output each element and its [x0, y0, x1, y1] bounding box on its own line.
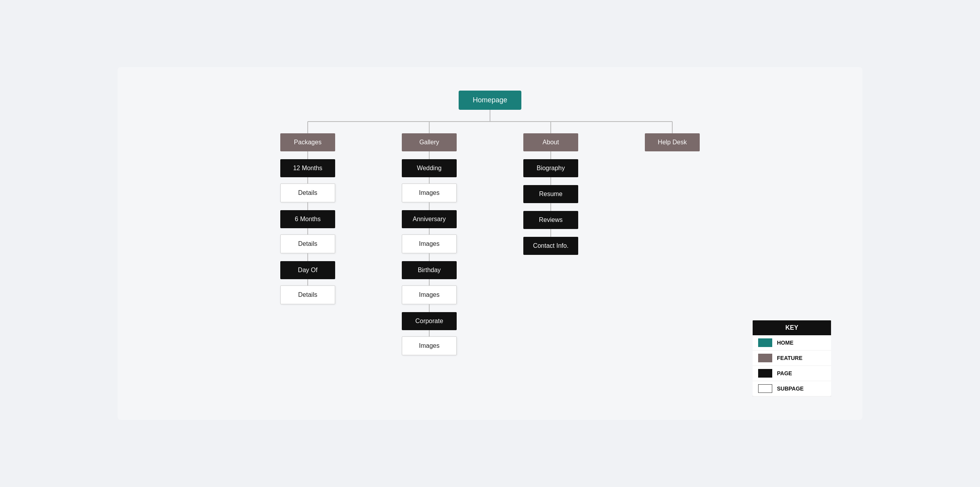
key-swatch-home — [758, 338, 772, 347]
page-anniversary-node[interactable]: Anniversary — [402, 210, 457, 228]
details-2-label: Details — [298, 240, 318, 247]
canvas: Homepage Packages 12 Months — [118, 67, 862, 420]
key-swatch-subpage — [758, 384, 772, 393]
about-label: About — [543, 139, 559, 145]
vline — [429, 151, 430, 159]
subpage-details-3[interactable]: Details — [280, 285, 335, 304]
page-corporate: Corporate Images — [402, 312, 457, 355]
page-12months: 12 Months Details — [280, 159, 335, 202]
key-box: KEY HOME FEATURE PAGE SUBPAGE — [753, 320, 831, 396]
page-12months-node[interactable]: 12 Months — [280, 159, 335, 177]
branch-packages: Packages 12 Months Details — [265, 133, 351, 355]
12months-label: 12 Months — [293, 165, 323, 171]
key-home-label: HOME — [777, 340, 793, 346]
6months-label: 6 Months — [295, 216, 321, 222]
vline — [429, 202, 430, 210]
images-2-label: Images — [419, 240, 439, 247]
key-item-page: PAGE — [753, 366, 831, 381]
feature-packages[interactable]: Packages — [280, 133, 335, 151]
page-contactinfo-node[interactable]: Contact Info. — [523, 237, 578, 255]
corporate-label: Corporate — [415, 318, 443, 324]
page-6months: 6 Months Details — [280, 210, 335, 253]
biography-label: Biography — [537, 165, 565, 171]
subpage-images-1[interactable]: Images — [402, 184, 457, 202]
birthday-label: Birthday — [418, 267, 441, 273]
wedding-label: Wedding — [417, 165, 442, 171]
vline — [550, 229, 551, 237]
key-swatch-feature — [758, 354, 772, 362]
vline — [429, 304, 430, 312]
feature-helpdesk[interactable]: Help Desk — [645, 133, 700, 151]
vline — [307, 177, 308, 184]
subpage-details-1[interactable]: Details — [280, 184, 335, 202]
page-dayof-node[interactable]: Day Of — [280, 261, 335, 279]
vline — [550, 151, 551, 159]
page-contactinfo: Contact Info. — [523, 237, 578, 255]
helpdesk-label: Help Desk — [658, 139, 687, 145]
images-4-label: Images — [419, 342, 439, 349]
packages-label: Packages — [294, 139, 321, 145]
page-wedding: Wedding Images — [402, 159, 457, 202]
vline — [429, 330, 430, 336]
page-biography: Biography — [523, 159, 578, 177]
feature-gallery[interactable]: Gallery — [402, 133, 457, 151]
key-swatch-page — [758, 369, 772, 378]
page-dayof: Day Of Details — [280, 261, 335, 304]
vline — [307, 253, 308, 261]
page-resume-node[interactable]: Resume — [523, 185, 578, 203]
key-page-label: PAGE — [777, 370, 792, 376]
vline — [429, 279, 430, 285]
features-row: Packages 12 Months Details — [133, 133, 847, 355]
vline — [307, 228, 308, 234]
subpage-images-4[interactable]: Images — [402, 336, 457, 355]
key-item-feature: FEATURE — [753, 351, 831, 366]
page-resume: Resume — [523, 185, 578, 203]
page-anniversary: Anniversary Images — [402, 210, 457, 253]
vline — [550, 203, 551, 211]
page-reviews: Reviews — [523, 211, 578, 229]
sitemap: Homepage Packages 12 Months — [133, 83, 847, 355]
vline — [429, 228, 430, 234]
page-reviews-node[interactable]: Reviews — [523, 211, 578, 229]
vline — [307, 202, 308, 210]
subpage-details-2[interactable]: Details — [280, 234, 335, 253]
page-birthday-node[interactable]: Birthday — [402, 261, 457, 279]
gallery-label: Gallery — [419, 139, 439, 145]
images-3-label: Images — [419, 291, 439, 298]
key-subpage-label: SUBPAGE — [777, 385, 804, 392]
branch-helpdesk: Help Desk — [629, 133, 715, 355]
reviews-label: Reviews — [539, 216, 563, 223]
branch-about: About Biography Resume — [508, 133, 594, 355]
vline — [429, 177, 430, 184]
details-3-label: Details — [298, 291, 318, 298]
details-1-label: Details — [298, 189, 318, 196]
vline — [550, 177, 551, 185]
resume-label: Resume — [539, 191, 563, 197]
vline — [307, 279, 308, 285]
page-birthday: Birthday Images — [402, 261, 457, 304]
images-1-label: Images — [419, 189, 439, 196]
page-corporate-node[interactable]: Corporate — [402, 312, 457, 330]
homepage-node[interactable]: Homepage — [459, 91, 521, 110]
anniversary-label: Anniversary — [413, 216, 446, 222]
homepage-row: Homepage — [459, 91, 521, 110]
key-title: KEY — [753, 320, 831, 335]
key-feature-label: FEATURE — [777, 355, 802, 361]
page-6months-node[interactable]: 6 Months — [280, 210, 335, 228]
feature-about[interactable]: About — [523, 133, 578, 151]
page-biography-node[interactable]: Biography — [523, 159, 578, 177]
subpage-images-2[interactable]: Images — [402, 234, 457, 253]
branch-gallery: Gallery Wedding Images Ann — [386, 133, 472, 355]
key-item-subpage: SUBPAGE — [753, 381, 831, 396]
vline — [307, 151, 308, 159]
vline — [429, 253, 430, 261]
contactinfo-label: Contact Info. — [533, 242, 569, 249]
homepage-label: Homepage — [473, 96, 507, 104]
page-wedding-node[interactable]: Wedding — [402, 159, 457, 177]
key-title-label: KEY — [786, 324, 799, 331]
subpage-images-3[interactable]: Images — [402, 285, 457, 304]
key-item-home: HOME — [753, 335, 831, 351]
dayof-label: Day Of — [298, 267, 318, 273]
